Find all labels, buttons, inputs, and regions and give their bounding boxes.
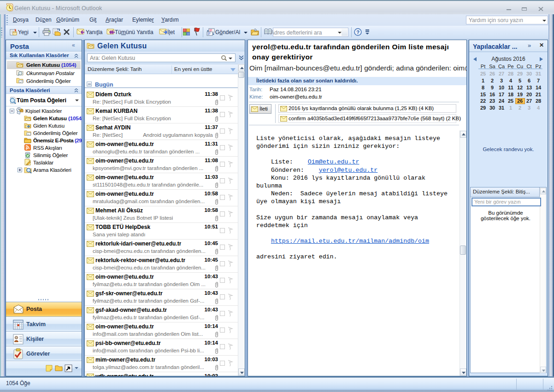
svg-text:?: ? <box>356 29 360 35</box>
